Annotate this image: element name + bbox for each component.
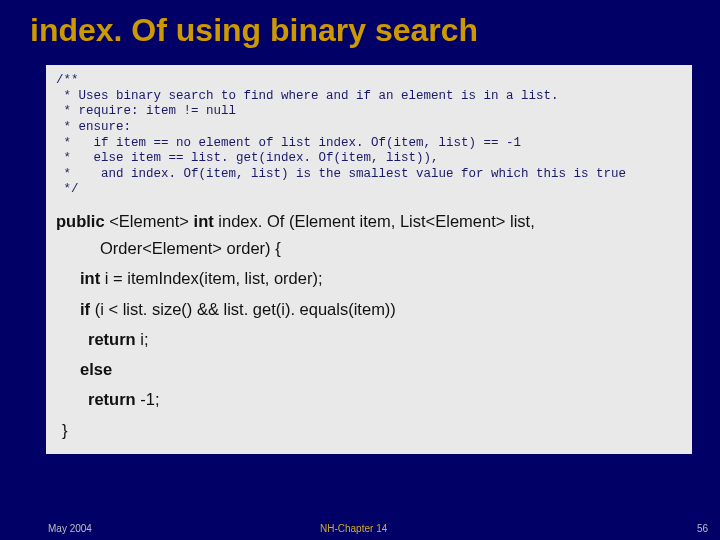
generic-param: <Element> xyxy=(105,212,194,230)
kw-if: if xyxy=(80,300,90,318)
kw-return: return xyxy=(88,390,136,408)
close-brace: } xyxy=(56,417,682,444)
comment-line: */ xyxy=(56,182,79,196)
code-panel: /** * Uses binary search to find where a… xyxy=(46,65,692,454)
footer-chapter: NH-Chapter 14 xyxy=(320,523,387,534)
footer-date: May 2004 xyxy=(48,523,92,534)
assign-expr: i = itemIndex(item, list, order); xyxy=(100,269,322,287)
else-stmt: else xyxy=(56,356,682,383)
if-stmt: if (i < list. size() && list. get(i). eq… xyxy=(56,296,682,323)
footer-page: 56 xyxy=(697,523,708,534)
if-cond: (i < list. size() && list. get(i). equal… xyxy=(90,300,396,318)
comment-line: * if item == no element of list index. O… xyxy=(56,136,521,150)
return-stmt: return -1; xyxy=(56,386,682,413)
return-expr: i; xyxy=(136,330,149,348)
comment-line: * ensure: xyxy=(56,120,131,134)
comment-line: * and index. Of(item, list) is the small… xyxy=(56,167,626,181)
return-stmt: return i; xyxy=(56,326,682,353)
method-body: public <Element> int index. Of (Element … xyxy=(56,208,682,444)
kw-int: int xyxy=(194,212,214,230)
kw-public: public xyxy=(56,212,105,230)
comment-line: /** xyxy=(56,73,79,87)
slide-title: index. Of using binary search xyxy=(0,0,720,55)
method-signature: public <Element> int index. Of (Element … xyxy=(56,208,682,235)
var-decl: int i = itemIndex(item, list, order); xyxy=(56,265,682,292)
sig-rest: index. Of (Element item, List<Element> l… xyxy=(214,212,535,230)
comment-line: * Uses binary search to find where and i… xyxy=(56,89,559,103)
method-signature-cont: Order<Element> order) { xyxy=(56,235,682,262)
comment-line: * require: item != null xyxy=(56,104,236,118)
kw-return: return xyxy=(88,330,136,348)
return-expr: -1; xyxy=(136,390,160,408)
javadoc-comment: /** * Uses binary search to find where a… xyxy=(56,73,682,198)
kw-else: else xyxy=(80,360,112,378)
comment-line: * else item == list. get(index. Of(item,… xyxy=(56,151,439,165)
kw-int: int xyxy=(80,269,100,287)
